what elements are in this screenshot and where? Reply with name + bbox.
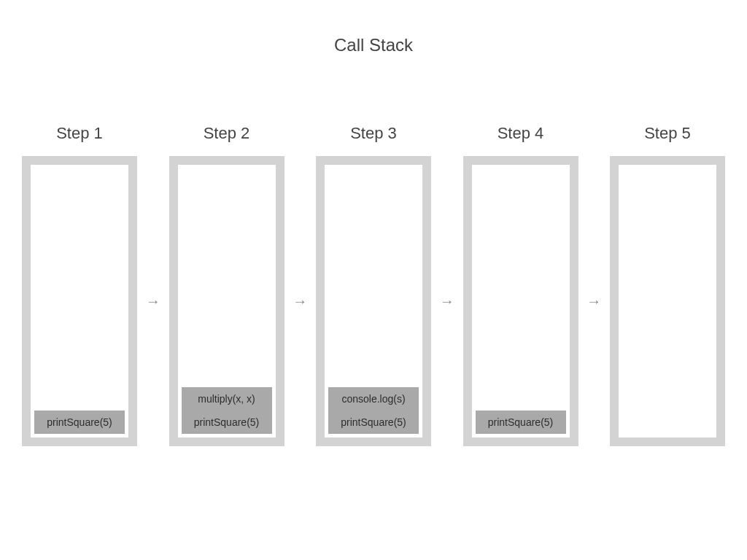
call-stack: printSquare(5) xyxy=(22,156,137,446)
step-column: Step 5 xyxy=(610,124,725,446)
arrow-column: → xyxy=(142,124,164,446)
arrow-icon: → xyxy=(440,294,454,308)
arrow-column: → xyxy=(289,124,311,446)
step-column: Step 1 printSquare(5) xyxy=(22,124,137,446)
step-column: Step 2 printSquare(5) multiply(x, x) xyxy=(169,124,285,446)
step-label: Step 1 xyxy=(56,124,103,143)
diagram-title: Call Stack xyxy=(0,35,747,55)
arrow-column: → xyxy=(436,124,458,446)
call-stack: printSquare(5) multiply(x, x) xyxy=(169,156,285,446)
step-label: Step 4 xyxy=(498,124,544,143)
arrow-icon: → xyxy=(146,294,160,308)
arrow-column: → xyxy=(583,124,605,446)
step-column: Step 3 printSquare(5) console.log(s) xyxy=(316,124,431,446)
arrow-icon: → xyxy=(293,294,307,308)
stack-frame: printSquare(5) xyxy=(182,411,272,434)
stack-frames: printSquare(5) xyxy=(476,411,566,434)
step-label: Step 2 xyxy=(204,124,250,143)
stack-frame: printSquare(5) xyxy=(34,411,125,434)
call-stack xyxy=(610,156,725,446)
stack-frame: printSquare(5) xyxy=(476,411,566,434)
call-stack: printSquare(5) xyxy=(463,156,578,446)
step-column: Step 4 printSquare(5) xyxy=(463,124,578,446)
stack-frame: console.log(s) xyxy=(328,387,419,411)
step-label: Step 5 xyxy=(644,124,691,143)
arrow-icon: → xyxy=(587,294,601,308)
stack-frame: printSquare(5) xyxy=(328,411,419,434)
stack-frames: printSquare(5) console.log(s) xyxy=(328,381,419,434)
call-stack: printSquare(5) console.log(s) xyxy=(316,156,431,446)
stack-frame: multiply(x, x) xyxy=(182,387,272,411)
diagram-row: Step 1 printSquare(5) → Step 2 printSqua… xyxy=(22,124,725,446)
step-label: Step 3 xyxy=(350,124,397,143)
stack-frames: printSquare(5) multiply(x, x) xyxy=(182,381,272,434)
stack-frames: printSquare(5) xyxy=(34,411,125,434)
